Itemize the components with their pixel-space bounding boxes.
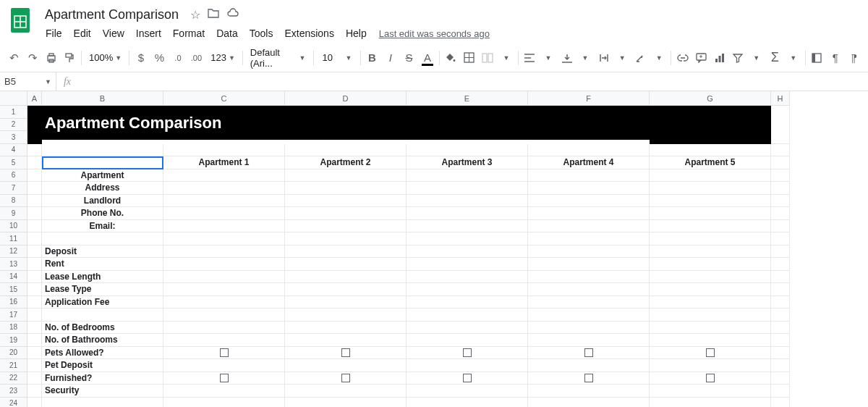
cell[interactable] <box>27 334 42 347</box>
cell[interactable] <box>285 283 407 296</box>
cell[interactable] <box>650 271 771 284</box>
cell[interactable] <box>42 232 163 246</box>
borders-button[interactable] <box>461 49 478 67</box>
sheets-logo[interactable] <box>6 6 35 35</box>
row-header[interactable]: 4 <box>0 144 27 157</box>
cell[interactable] <box>771 283 790 296</box>
cell[interactable] <box>650 232 771 246</box>
cell[interactable]: Apartment 3 <box>407 156 528 169</box>
paint-format-button[interactable] <box>61 49 79 67</box>
cell[interactable] <box>163 334 285 347</box>
filter-button[interactable] <box>729 49 746 67</box>
cell[interactable]: Landlord <box>42 195 163 208</box>
cell[interactable] <box>771 398 790 408</box>
cell[interactable] <box>27 220 42 233</box>
cell[interactable] <box>650 195 771 208</box>
menu-view[interactable]: View <box>98 25 129 42</box>
cell[interactable] <box>650 246 771 259</box>
undo-button[interactable]: ↶ <box>6 49 23 67</box>
row-header[interactable]: 8 <box>0 195 27 208</box>
v-align-dropdown[interactable]: ▼ <box>576 49 594 67</box>
cell[interactable] <box>650 385 771 398</box>
h-align-button[interactable] <box>522 49 539 67</box>
bold-button[interactable]: B <box>364 49 381 67</box>
cell[interactable] <box>163 220 285 233</box>
cell[interactable] <box>285 144 407 157</box>
cell[interactable] <box>163 296 285 309</box>
checkbox[interactable] <box>220 374 229 382</box>
cell[interactable]: Security <box>42 385 163 398</box>
menu-edit[interactable]: Edit <box>69 25 96 42</box>
cell[interactable] <box>650 144 771 157</box>
cell[interactable] <box>771 347 790 360</box>
cell[interactable] <box>771 296 790 309</box>
checkbox[interactable] <box>706 374 715 382</box>
v-align-button[interactable] <box>558 49 576 67</box>
cell[interactable] <box>771 309 790 322</box>
cell[interactable] <box>407 220 528 233</box>
cell[interactable] <box>771 246 790 259</box>
checkbox[interactable] <box>584 374 593 382</box>
cell[interactable] <box>27 347 42 360</box>
cell[interactable] <box>650 207 771 220</box>
cell[interactable] <box>528 283 650 296</box>
font-size-dropdown[interactable]: ▼ <box>340 49 357 67</box>
cell[interactable] <box>285 220 407 233</box>
cell[interactable] <box>771 106 790 144</box>
cell[interactable] <box>407 232 528 246</box>
checkbox[interactable] <box>341 374 350 382</box>
cell[interactable] <box>163 169 285 182</box>
cell[interactable] <box>650 296 771 309</box>
sidebar-toggle-2[interactable]: ¶ <box>827 49 844 67</box>
row-header[interactable]: 23 <box>0 385 27 398</box>
cell[interactable]: Application Fee <box>42 296 163 309</box>
cell[interactable] <box>528 271 650 284</box>
cell[interactable] <box>528 359 650 372</box>
cell[interactable] <box>163 232 285 246</box>
cell[interactable] <box>650 182 771 195</box>
cell[interactable] <box>285 385 407 398</box>
row-header[interactable]: 11 <box>0 232 27 246</box>
row-header[interactable]: 18 <box>0 322 27 335</box>
cell[interactable] <box>650 372 771 385</box>
row-header[interactable]: 19 <box>0 334 27 347</box>
cell[interactable] <box>528 182 650 195</box>
col-header[interactable]: G <box>650 91 771 106</box>
row-header[interactable]: 24 <box>0 398 27 408</box>
cell[interactable] <box>528 385 650 398</box>
row-header[interactable]: 3 <box>0 131 27 144</box>
cell[interactable] <box>528 258 650 271</box>
text-color-button[interactable]: A <box>419 49 436 67</box>
cell[interactable] <box>407 258 528 271</box>
cell[interactable] <box>528 296 650 309</box>
cell[interactable] <box>771 232 790 246</box>
checkbox[interactable] <box>463 348 472 357</box>
cell[interactable] <box>27 169 42 182</box>
wrap-dropdown[interactable]: ▼ <box>613 49 631 67</box>
cell[interactable] <box>285 195 407 208</box>
cell[interactable] <box>285 169 407 182</box>
percent-button[interactable]: % <box>151 49 169 67</box>
row-header[interactable]: 12 <box>0 246 27 259</box>
cell[interactable] <box>771 182 790 195</box>
cell[interactable] <box>27 283 42 296</box>
cell[interactable]: Phone No. <box>42 207 163 220</box>
row-header[interactable]: 10 <box>0 220 27 233</box>
cell[interactable] <box>163 359 285 372</box>
cell[interactable] <box>27 359 42 372</box>
cell[interactable] <box>650 169 771 182</box>
checkbox[interactable] <box>341 348 350 357</box>
cell[interactable] <box>528 372 650 385</box>
strikethrough-button[interactable]: S <box>401 49 418 67</box>
cell[interactable]: Deposit <box>42 246 163 259</box>
col-header[interactable]: E <box>407 91 528 106</box>
cell[interactable] <box>407 207 528 220</box>
more-formats-dropdown[interactable]: 123▼ <box>206 52 239 63</box>
zoom-dropdown[interactable]: 100%▼ <box>85 52 126 63</box>
row-header[interactable]: 15 <box>0 283 27 296</box>
cell[interactable] <box>163 283 285 296</box>
cell[interactable] <box>528 232 650 246</box>
row-header[interactable]: 22 <box>0 372 27 385</box>
cell[interactable]: Address <box>42 182 163 195</box>
cell[interactable] <box>407 385 528 398</box>
